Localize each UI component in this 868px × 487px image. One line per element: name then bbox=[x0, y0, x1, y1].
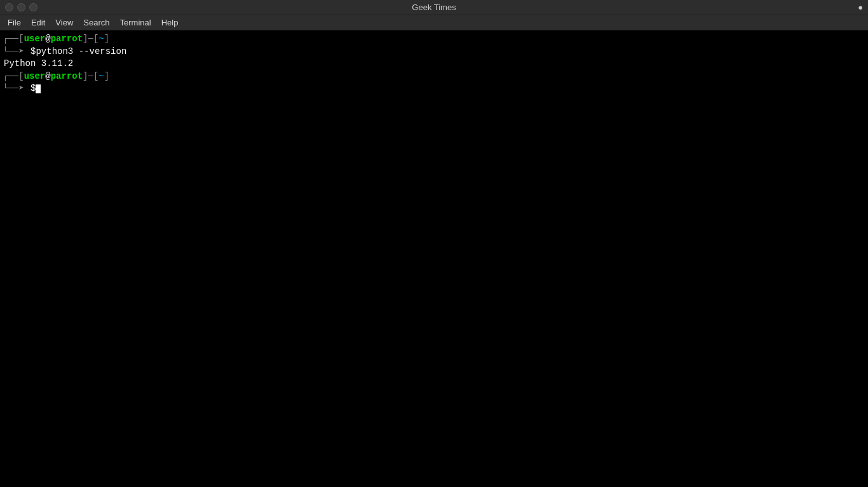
title-bar: Geek Times ● bbox=[0, 0, 868, 15]
prompt-at-4: @ bbox=[45, 70, 50, 83]
prompt-at-1: @ bbox=[45, 33, 50, 46]
arrow-5: └── bbox=[3, 83, 18, 95]
minimize-button[interactable] bbox=[17, 3, 25, 11]
menu-search[interactable]: Search bbox=[78, 17, 114, 29]
bracket-inner-1: [ bbox=[18, 33, 24, 46]
window-controls bbox=[5, 3, 37, 11]
bracket-tilde-close-4: ] bbox=[104, 70, 109, 83]
title-bar-right: ● bbox=[858, 2, 863, 13]
output-3: Python 3.11.2 bbox=[3, 58, 73, 70]
prompt-arrow-2: ➤ bbox=[18, 46, 29, 58]
arrow-2: └── bbox=[3, 46, 18, 58]
command-2: $python3 --version bbox=[31, 46, 126, 58]
close-button[interactable] bbox=[5, 3, 13, 11]
bracket-left-1: ┌── bbox=[3, 33, 18, 46]
bracket-inner-4: [ bbox=[18, 70, 24, 83]
prompt-user-1: user bbox=[24, 33, 46, 46]
bracket-tilde-close-1: ] bbox=[104, 33, 109, 46]
terminal-line-5: └── ➤ $ bbox=[3, 83, 865, 95]
terminal-window: Geek Times ● File Edit View Search Termi… bbox=[0, 0, 868, 487]
bracket-tilde-open-1: [ bbox=[93, 33, 98, 46]
prompt-dash-4: ─ bbox=[88, 70, 93, 83]
prompt-dash-1: ─ bbox=[88, 33, 93, 46]
settings-icon: ● bbox=[858, 3, 863, 13]
prompt-dollar-5: $ bbox=[31, 83, 36, 95]
prompt-host-4: parrot bbox=[51, 70, 83, 83]
menu-view[interactable]: View bbox=[50, 17, 78, 29]
bracket-left-4: ┌── bbox=[3, 70, 18, 83]
menu-edit[interactable]: Edit bbox=[26, 17, 50, 29]
terminal-line-2: └── ➤ $python3 --version bbox=[3, 46, 865, 58]
prompt-dir-1: ~ bbox=[98, 33, 104, 46]
terminal-line-4: ┌── [ user @ parrot ] ─ [ ~ ] bbox=[3, 70, 865, 83]
prompt-host-1: parrot bbox=[51, 33, 83, 46]
prompt-dir-4: ~ bbox=[98, 70, 104, 83]
prompt-arrow-5: ➤ bbox=[18, 83, 29, 95]
window-title: Geek Times bbox=[412, 3, 456, 12]
menu-bar: File Edit View Search Terminal Help bbox=[0, 15, 868, 30]
terminal-body[interactable]: ┌── [ user @ parrot ] ─ [ ~ ] └── ➤ $pyt… bbox=[0, 30, 868, 487]
menu-help[interactable]: Help bbox=[156, 17, 184, 29]
prompt-user-4: user bbox=[24, 70, 46, 83]
bracket-tilde-open-4: [ bbox=[93, 70, 98, 83]
menu-file[interactable]: File bbox=[3, 17, 26, 29]
terminal-cursor bbox=[36, 84, 41, 93]
maximize-button[interactable] bbox=[29, 3, 37, 11]
terminal-line-1: ┌── [ user @ parrot ] ─ [ ~ ] bbox=[3, 33, 865, 46]
menu-terminal[interactable]: Terminal bbox=[115, 17, 156, 29]
terminal-line-3: Python 3.11.2 bbox=[3, 58, 865, 70]
